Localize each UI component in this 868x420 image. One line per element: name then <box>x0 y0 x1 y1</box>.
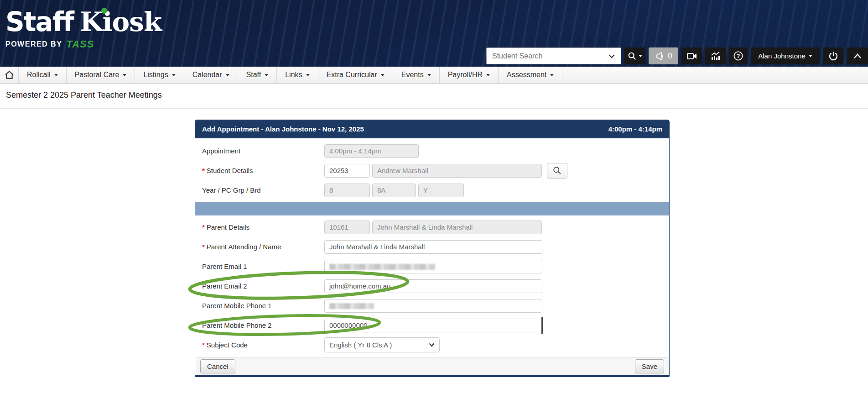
user-name: Alan Johnstone <box>758 52 805 60</box>
modal-footer: Cancel Save <box>195 357 670 375</box>
appointment-label: Appointment <box>202 147 324 155</box>
chevron-down-icon <box>608 54 615 58</box>
nav-item-events[interactable]: Events <box>393 67 440 83</box>
announcement-count: 0 <box>668 52 672 61</box>
subject-code-row: *Subject Code English ( Yr 8 Cls A ) <box>195 335 669 355</box>
parent-mobile-2-label: Parent Mobile Phone 2 <box>202 321 324 329</box>
caret-down-icon <box>172 74 176 76</box>
chart-icon <box>710 51 721 61</box>
analytics-button[interactable] <box>705 47 726 64</box>
parent-code-field <box>324 220 370 234</box>
announcements-button[interactable]: 0 <box>649 47 678 64</box>
collapse-header-button[interactable] <box>847 47 868 64</box>
user-menu-button[interactable]: Alan Johnstone <box>751 47 820 64</box>
power-icon <box>828 51 838 61</box>
search-icon <box>628 52 637 61</box>
search-button[interactable] <box>624 47 645 64</box>
parent-name-field <box>372 220 542 234</box>
student-code-field[interactable] <box>324 164 370 178</box>
parent-mobile-1-label: Parent Mobile Phone 1 <box>202 302 324 310</box>
parent-email-1-row: Parent Email 1 <box>195 257 669 276</box>
required-marker: * <box>202 167 205 174</box>
nav-item-pastoral-care[interactable]: Pastoral Care <box>67 67 135 83</box>
appointment-field <box>324 144 419 158</box>
home-icon <box>5 70 14 79</box>
parent-details-row: *Parent Details <box>195 217 669 237</box>
cancel-button[interactable]: Cancel <box>200 359 235 373</box>
parent-attending-label: *Parent Attending / Name <box>202 243 324 251</box>
caret-down-icon <box>123 74 126 76</box>
save-button[interactable]: Save <box>635 359 664 373</box>
svg-text:?: ? <box>737 53 740 59</box>
nav-item-assessment[interactable]: Assessment <box>499 67 562 83</box>
parent-mobile-1-row: Parent Mobile Phone 1 <box>195 296 669 315</box>
caret-down-icon <box>381 74 385 76</box>
page-title: Semester 2 2025 Parent Teacher Meetings <box>6 90 162 100</box>
logo-kiosk-text: Kiosk <box>80 6 161 37</box>
help-button[interactable]: ? <box>729 47 748 64</box>
add-appointment-modal: Add Appointment - Alan Johnstone - Nov 1… <box>195 120 670 377</box>
parent-email-1-label: Parent Email 1 <box>202 262 324 270</box>
help-icon: ? <box>733 51 743 61</box>
required-marker: * <box>202 223 205 231</box>
redacted-phone-value <box>329 303 374 309</box>
parent-email-2-label: Parent Email 2 <box>202 282 324 290</box>
nav-item-links[interactable]: Links <box>277 67 318 83</box>
subject-code-select[interactable]: English ( Yr 8 Cls A ) <box>324 337 440 352</box>
parent-email-2-field[interactable] <box>324 279 542 293</box>
megaphone-icon <box>655 51 665 61</box>
text-cursor-artifact <box>541 317 543 334</box>
caret-down-icon <box>550 74 554 76</box>
nav-item-extra-curricular[interactable]: Extra Curricular <box>318 67 393 83</box>
boarder-field <box>418 184 464 197</box>
subject-code-label: *Subject Code <box>202 341 324 349</box>
pc-group-field <box>372 184 416 197</box>
user-caret-icon <box>809 55 812 57</box>
nav-home-item[interactable] <box>0 67 19 83</box>
student-search-select[interactable]: Student Search <box>486 47 621 64</box>
nav-item-listings[interactable]: Listings <box>135 67 184 83</box>
top-banner: Staff Kiosk POWERED BY TASS Student Sear… <box>0 0 868 67</box>
chevron-down-icon <box>429 343 435 347</box>
parent-attending-row: *Parent Attending / Name <box>195 237 669 257</box>
modal-time-slot: 4:00pm - 4:14pm <box>608 125 662 133</box>
subject-code-value: English ( Yr 8 Cls A ) <box>329 341 392 349</box>
caret-down-icon <box>306 74 310 76</box>
nav-item-staff[interactable]: Staff <box>238 67 277 83</box>
modal-title: Add Appointment - Alan Johnstone - Nov 1… <box>202 125 364 133</box>
section-divider-bar <box>195 202 669 215</box>
powered-by-text: POWERED BY <box>5 40 62 48</box>
year-pc-brd-label: Year / PC Grp / Brd <box>202 186 324 194</box>
modal-body: Appointment *Student Details Year / PC G… <box>195 138 670 357</box>
title-divider <box>0 108 868 109</box>
student-name-field <box>372 164 542 178</box>
video-button[interactable] <box>681 47 702 64</box>
parent-mobile-2-row: Parent Mobile Phone 2 <box>195 315 669 335</box>
modal-bottom-border <box>195 375 670 377</box>
caret-down-icon <box>265 74 268 76</box>
student-search-placeholder: Student Search <box>492 52 542 60</box>
parent-email-2-row: Parent Email 2 <box>195 276 669 296</box>
nav-item-payroll-hr[interactable]: Payroll/HR <box>440 67 499 83</box>
topbar-controls: Student Search 0 <box>486 47 868 64</box>
logo-staff-text: Staff <box>5 6 73 37</box>
student-search-button[interactable] <box>547 163 567 178</box>
caret-down-icon <box>54 74 58 76</box>
logout-button[interactable] <box>823 47 843 64</box>
nav-item-rollcall[interactable]: Rollcall <box>19 67 67 83</box>
staff-kiosk-logo: Staff Kiosk POWERED BY TASS <box>5 6 161 50</box>
parent-mobile-2-field[interactable] <box>324 319 542 332</box>
year-field <box>324 184 370 197</box>
year-pc-brd-row: Year / PC Grp / Brd <box>195 180 669 200</box>
redacted-email-value <box>329 264 435 270</box>
chevron-up-icon <box>853 53 862 59</box>
required-marker: * <box>202 341 205 349</box>
caret-down-icon <box>226 74 229 76</box>
student-details-row: *Student Details <box>195 161 669 180</box>
parent-details-label: *Parent Details <box>202 223 324 231</box>
modal-header: Add Appointment - Alan Johnstone - Nov 1… <box>195 120 670 138</box>
video-camera-icon <box>686 52 697 61</box>
nav-item-calendar[interactable]: Calendar <box>184 67 238 83</box>
main-nav: Rollcall Pastoral Care Listings Calendar… <box>0 67 868 84</box>
parent-attending-field[interactable] <box>324 240 542 254</box>
